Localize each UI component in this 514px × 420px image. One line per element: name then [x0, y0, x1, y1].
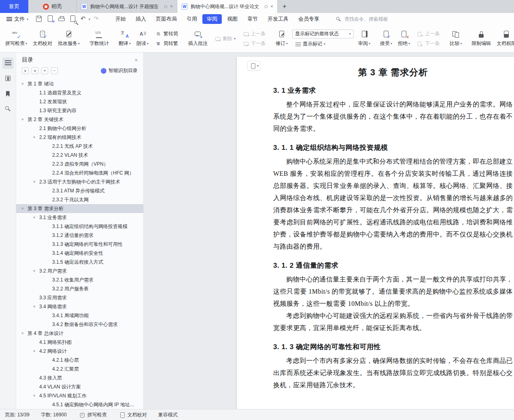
toc-item[interactable]: 2.2.2 VLAN 技术 [16, 151, 143, 160]
chevron-down-icon[interactable]: ∨ [33, 135, 36, 139]
toc-item[interactable]: 3.4.1 局域网功能 [16, 311, 143, 320]
new-tab-button[interactable] [278, 0, 291, 13]
ribbon-tab[interactable]: 插入 [131, 14, 151, 24]
outline-pane-button[interactable] [2, 58, 14, 69]
toc-item[interactable]: 4.4 VLAN 设计方案 [16, 382, 143, 391]
toc-item[interactable]: ∨4.2 网络设计 [16, 347, 143, 356]
toc-item[interactable]: 4.1 网络拓扑图 [16, 338, 143, 347]
ribbon-tab[interactable]: 开始 [111, 14, 130, 24]
toc-item[interactable]: 1.2 发展现状 [16, 97, 143, 106]
chevron-down-icon[interactable]: ∨ [33, 269, 36, 273]
compat-mode-indicator[interactable]: 兼容模式 [158, 411, 178, 418]
reviewer-button[interactable]: 审阅▾ [355, 26, 373, 51]
word-count-indicator[interactable]: 字数: 16900 [41, 411, 67, 418]
toc-item[interactable]: ∨3.1 业务需求 [16, 213, 143, 222]
toc-item[interactable]: 1.3 研究主要内容 [16, 106, 143, 115]
toc-item[interactable]: 4.3 接入层 [16, 373, 143, 382]
toc-item[interactable]: 3.1.2 通信量的需求 [16, 231, 143, 240]
ribbon-tab[interactable]: 视图 [223, 14, 242, 24]
bookmark-pane-button[interactable] [2, 88, 14, 100]
toc-item[interactable]: ∨4.5 IP/VLAN 规划工作 [16, 391, 143, 400]
doc-permission-button[interactable]: 文档权限 [494, 26, 514, 51]
toc-item[interactable]: 4.2.2 汇聚层 [16, 365, 143, 373]
undo-button[interactable]: ↶▾ [79, 14, 91, 24]
chevron-down-icon[interactable]: ∨ [33, 180, 36, 183]
reject-button[interactable]: ×拒绝▾ [395, 26, 413, 51]
page-indicator[interactable]: 页面: 13/39 [5, 411, 30, 418]
document-page[interactable]: 第 3 章 需求分析 3. 1 业务需求整个网络开发过程中，应尽量保证设计的网络… [237, 57, 514, 409]
spell-check-status[interactable]: 拼写检查 [78, 411, 107, 418]
document-area[interactable]: 第 3 章 需求分析 3. 1 业务需求整个网络开发过程中，应尽量保证设计的网络… [144, 53, 514, 409]
file-menu-button[interactable]: 文件 ▾ [4, 15, 31, 23]
trad-to-simp-button[interactable]: 简繁转简 [153, 30, 180, 38]
toc-item[interactable]: 4.2.1 核心层 [16, 356, 143, 365]
toc-item[interactable]: 3.4.2 数据备份和容灾中心需求 [16, 320, 143, 329]
toc-item[interactable]: 2.2.3 虚拟专用网（VPN） [16, 160, 143, 168]
toc-expand-item-icon[interactable]: + [41, 67, 48, 74]
markup-state-select[interactable]: 显示标记的最终状态▾ [292, 30, 354, 38]
toc-item[interactable]: 1.1 选题背景及意义 [16, 88, 143, 97]
command-search[interactable]: 查找命令、搜索模板 [334, 16, 388, 23]
toc-collapse-all-icon[interactable]: ∧ [32, 67, 38, 74]
toc-item[interactable]: 3.1.4 确定网络的安全性 [16, 249, 143, 258]
accept-button[interactable]: ✓接受▾ [377, 26, 395, 51]
toc-collapse-item-icon[interactable]: − [51, 67, 58, 74]
toc-item[interactable]: 4.5.1 确定购物中心网络内网 IP 地址... [16, 400, 143, 409]
ribbon-tab[interactable]: 引用 [182, 14, 202, 24]
toc-item[interactable]: 3.1.5 确定远程接入方式 [16, 258, 143, 266]
translate-button[interactable]: 文A翻译▾ [116, 26, 134, 51]
chapters-pane-button[interactable] [2, 73, 14, 84]
print-preview-button[interactable] [67, 14, 79, 24]
toc-item[interactable]: 3.2.2 用户服务表 [16, 284, 143, 293]
chevron-down-icon[interactable]: ∨ [21, 207, 24, 210]
track-changes-button[interactable]: 修订▾ [273, 26, 291, 51]
toc-item[interactable]: ∨3.4 网络需求 [16, 302, 143, 311]
chevron-down-icon[interactable]: ∨ [33, 349, 36, 353]
close-icon[interactable]: × [134, 57, 138, 63]
simp-to-trad-button[interactable]: 繁简转繁 [153, 39, 180, 48]
find-pane-button[interactable] [2, 104, 14, 115]
insert-comment-button[interactable]: +插入批注 [185, 26, 210, 51]
chevron-down-icon[interactable]: ∨ [21, 117, 24, 121]
doc-proofread-status[interactable]: 文档校对 [118, 411, 147, 418]
show-markup-button[interactable]: 显示标记▾ [292, 40, 354, 48]
toc-item[interactable]: 2.1 购物中心组网分析 [16, 124, 143, 133]
toc-expand-all-icon[interactable]: ∨ [22, 67, 29, 74]
ribbon-tab[interactable]: 章节 [243, 14, 262, 24]
toc-item[interactable]: 3.1.1 确定组织结构与网络投资规模 [16, 222, 143, 231]
home-tab[interactable]: 首页 [0, 0, 28, 13]
save-button[interactable] [33, 14, 45, 24]
ribbon-tab[interactable]: 页面布局 [151, 14, 181, 24]
toc-item[interactable]: 3.3 应用需求 [16, 293, 143, 302]
smart-toc-toggle[interactable]: 智能识别目录 [101, 67, 138, 74]
document-tab-active[interactable]: 购物中心网络规...设计 毕业论文 × [177, 0, 278, 13]
toc-item[interactable]: 3.2.1 收集用户需求 [16, 275, 143, 284]
toc-item[interactable]: ∨第 2 章 关键技术 [16, 115, 143, 124]
chevron-down-icon[interactable]: ∨ [33, 394, 36, 397]
toc-item[interactable]: 2.3.2 千兆以太网 [16, 195, 143, 204]
read-aloud-button[interactable]: A))朗读▾ [134, 26, 151, 51]
close-icon[interactable]: × [270, 4, 273, 9]
compare-button[interactable]: 比较▾ [447, 26, 465, 51]
ribbon-tab[interactable]: 会员专享 [294, 14, 324, 24]
document-tab[interactable]: 购物中心网络规...设计 开题报告 × [77, 0, 177, 13]
grading-service-button[interactable]: 批改服务▾ [55, 26, 83, 51]
print-button[interactable] [56, 14, 67, 24]
toc-item[interactable]: ∨第 3 章 需求分析 [16, 204, 143, 213]
doc-proofread-button[interactable]: ✓文档校对 [30, 26, 55, 51]
chevron-down-icon[interactable]: ∨ [21, 331, 24, 335]
toc-item[interactable]: ∨2.3 适用于大型购物中心的主干网技术 [16, 177, 143, 186]
docer-tab[interactable]: 稻壳 [28, 0, 77, 13]
toc-item[interactable]: ∨3.2 用户需求 [16, 266, 143, 275]
toc-item[interactable]: ∨2.2 现有的组网技术 [16, 133, 143, 142]
restrict-edit-button[interactable]: 限制编辑 [469, 26, 494, 51]
export-button[interactable]: P [45, 14, 56, 24]
page-settings-button[interactable]: ▾ [247, 61, 260, 70]
toc-item[interactable]: 3.1.3 确定网络的可靠性和可用性 [16, 240, 143, 249]
ribbon-tab[interactable]: 开发工具 [263, 14, 293, 24]
toc-item[interactable]: 2.3.1 ATM 异步传输模式 [16, 186, 143, 195]
close-icon[interactable]: × [170, 4, 173, 9]
chevron-down-icon[interactable]: ∨ [33, 305, 36, 308]
spell-check-button[interactable]: abc✓拼写检查▾ [2, 26, 30, 51]
toc-item[interactable]: ∨第 4 章 总体设计 [16, 329, 143, 338]
